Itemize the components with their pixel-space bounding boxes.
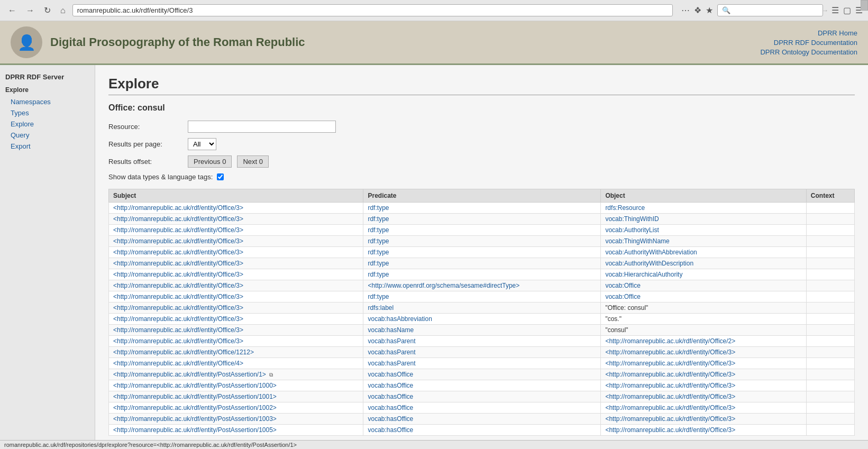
resource-input[interactable]: [188, 121, 336, 133]
subject-link[interactable]: <http://romanrepublic.ac.uk/rdf/entity/O…: [113, 282, 243, 289]
predicate-link[interactable]: vocab:hasOffice: [368, 393, 413, 400]
context-value: [806, 380, 854, 391]
subject-link[interactable]: <http://romanrepublic.ac.uk/rdf/entity/O…: [113, 326, 243, 334]
predicate-link[interactable]: vocab:hasOffice: [368, 404, 413, 411]
refresh-button[interactable]: ↻: [41, 4, 53, 16]
results-offset-label: Results offset:: [108, 158, 182, 166]
context-value: [806, 425, 854, 436]
predicate-link[interactable]: rdfs:label: [368, 304, 394, 311]
object-link[interactable]: rdfs:Resource: [605, 204, 645, 212]
subject-link[interactable]: <http://romanrepublic.ac.uk/rdf/entity/O…: [113, 315, 243, 323]
subject-link[interactable]: <http://romanrepublic.ac.uk/rdf/entity/P…: [113, 404, 277, 411]
subject-link[interactable]: <http://romanrepublic.ac.uk/rdf/entity/P…: [113, 371, 266, 378]
context-value: [806, 347, 854, 358]
subject-link[interactable]: <http://romanrepublic.ac.uk/rdf/entity/O…: [113, 226, 243, 234]
predicate-link[interactable]: vocab:hasOffice: [368, 371, 413, 378]
context-value: [806, 291, 854, 303]
subject-link[interactable]: <http://romanrepublic.ac.uk/rdf/entity/O…: [113, 249, 243, 256]
subject-link[interactable]: <http://romanrepublic.ac.uk/rdf/entity/O…: [113, 349, 254, 356]
subject-link[interactable]: <http://romanrepublic.ac.uk/rdf/entity/O…: [113, 237, 243, 245]
object-link[interactable]: vocab:Office: [605, 293, 640, 300]
object-link[interactable]: <http://romanrepublic.ac.uk/rdf/entity/O…: [605, 404, 735, 411]
predicate-link[interactable]: rdf:type: [368, 215, 389, 223]
history-icon[interactable]: ☰: [832, 5, 839, 15]
nav-link-home[interactable]: DPRR Home: [818, 29, 857, 37]
object-link[interactable]: vocab:AuthorityWithDescription: [605, 260, 693, 267]
show-datatypes-row: Show data types & language tags:: [108, 173, 855, 181]
object-link[interactable]: vocab:ThingWithID: [605, 215, 659, 223]
data-table: Subject Predicate Object Context <http:/…: [108, 189, 855, 436]
table-row: <http://romanrepublic.ac.uk/rdf/entity/O…: [109, 225, 855, 236]
bookmark-icon[interactable]: ★: [706, 5, 713, 15]
object-link[interactable]: <http://romanrepublic.ac.uk/rdf/entity/O…: [605, 337, 735, 345]
subject-link[interactable]: <http://romanrepublic.ac.uk/rdf/entity/P…: [113, 415, 277, 423]
previous-button[interactable]: Previous 0: [188, 155, 232, 168]
object-link[interactable]: vocab:Office: [605, 282, 640, 289]
predicate-link[interactable]: vocab:hasName: [368, 326, 414, 334]
object-link[interactable]: <http://romanrepublic.ac.uk/rdf/entity/O…: [605, 349, 735, 356]
scrollbar-top[interactable]: [861, 0, 868, 11]
predicate-link[interactable]: rdf:type: [368, 293, 389, 300]
predicate-link[interactable]: vocab:hasOffice: [368, 426, 413, 434]
predicate-link[interactable]: <http://www.openrdf.org/schema/sesame#di…: [368, 282, 519, 289]
table-row: <http://romanrepublic.ac.uk/rdf/entity/P…: [109, 414, 855, 425]
next-button[interactable]: Next 0: [237, 155, 269, 168]
predicate-link[interactable]: vocab:hasParent: [368, 349, 415, 356]
object-link[interactable]: vocab:HierarchicalAuthority: [605, 271, 682, 278]
browser-right-icons: ☰ ▢ ☰: [832, 5, 863, 15]
object-link[interactable]: vocab:ThingWithName: [605, 237, 669, 245]
address-bar[interactable]: romanrepublic.ac.uk/rdf/entity/Office/3: [72, 4, 673, 16]
forward-button[interactable]: →: [23, 5, 37, 16]
predicate-link[interactable]: vocab:hasOffice: [368, 415, 413, 423]
nav-link-ontology-doc[interactable]: DPRR Ontology Documentation: [760, 48, 857, 56]
search-input[interactable]: [733, 6, 821, 14]
sidebar-item-types[interactable]: Types: [0, 107, 95, 118]
predicate-link[interactable]: vocab:hasAbbreviation: [368, 315, 432, 323]
subject-link[interactable]: <http://romanrepublic.ac.uk/rdf/entity/O…: [113, 304, 243, 311]
sidebar-item-explore[interactable]: Explore: [0, 118, 95, 130]
table-row: <http://romanrepublic.ac.uk/rdf/entity/P…: [109, 402, 855, 414]
home-button[interactable]: ⌂: [58, 5, 68, 16]
object-link[interactable]: vocab:AuthorityList: [605, 226, 659, 234]
predicate-link[interactable]: rdf:type: [368, 226, 389, 234]
predicate-link[interactable]: rdf:type: [368, 260, 389, 267]
object-link[interactable]: vocab:AuthorityWithAbbreviation: [605, 249, 697, 256]
search-bar[interactable]: 🔍 →: [717, 4, 823, 16]
show-datatypes-checkbox[interactable]: [217, 173, 224, 180]
object-link[interactable]: <http://romanrepublic.ac.uk/rdf/entity/O…: [605, 360, 735, 367]
object-link[interactable]: <http://romanrepublic.ac.uk/rdf/entity/O…: [605, 371, 735, 378]
show-datatypes-label: Show data types & language tags:: [108, 173, 213, 181]
sidebar-item-query[interactable]: Query: [0, 130, 95, 141]
predicate-link[interactable]: rdf:type: [368, 271, 389, 278]
subject-link[interactable]: <http://romanrepublic.ac.uk/rdf/entity/P…: [113, 382, 277, 389]
subject-link[interactable]: <http://romanrepublic.ac.uk/rdf/entity/O…: [113, 260, 243, 267]
sidebar-item-namespaces[interactable]: Namespaces: [0, 96, 95, 107]
subject-link[interactable]: <http://romanrepublic.ac.uk/rdf/entity/O…: [113, 337, 243, 345]
predicate-link[interactable]: vocab:hasParent: [368, 337, 415, 345]
more-icon[interactable]: ⋯: [681, 5, 690, 15]
results-per-page-select[interactable]: All 10 25 50 100: [188, 138, 216, 150]
predicate-link[interactable]: rdf:type: [368, 204, 389, 212]
object-link[interactable]: <http://romanrepublic.ac.uk/rdf/entity/O…: [605, 415, 735, 423]
subject-link[interactable]: <http://romanrepublic.ac.uk/rdf/entity/O…: [113, 293, 243, 300]
subject-link[interactable]: <http://romanrepublic.ac.uk/rdf/entity/P…: [113, 426, 277, 434]
subject-link[interactable]: <http://romanrepublic.ac.uk/rdf/entity/O…: [113, 360, 243, 367]
tab-icon[interactable]: ▢: [843, 5, 851, 15]
nav-link-rdf-doc[interactable]: DPRR RDF Documentation: [774, 39, 857, 47]
subject-link[interactable]: <http://romanrepublic.ac.uk/rdf/entity/O…: [113, 204, 243, 212]
object-link[interactable]: <http://romanrepublic.ac.uk/rdf/entity/O…: [605, 382, 735, 389]
pocket-icon[interactable]: ❖: [694, 5, 701, 15]
subject-link[interactable]: <http://romanrepublic.ac.uk/rdf/entity/O…: [113, 215, 243, 223]
predicate-link[interactable]: rdf:type: [368, 249, 389, 256]
object-link[interactable]: <http://romanrepublic.ac.uk/rdf/entity/O…: [605, 393, 735, 400]
predicate-link[interactable]: rdf:type: [368, 237, 389, 245]
object-link[interactable]: <http://romanrepublic.ac.uk/rdf/entity/O…: [605, 426, 735, 434]
sidebar-item-export[interactable]: Export: [0, 141, 95, 152]
predicate-link[interactable]: vocab:hasParent: [368, 360, 415, 367]
predicate-link[interactable]: vocab:hasOffice: [368, 382, 413, 389]
back-button[interactable]: ←: [5, 5, 19, 16]
subject-link[interactable]: <http://romanrepublic.ac.uk/rdf/entity/O…: [113, 271, 243, 278]
col-object: Object: [601, 189, 806, 203]
subject-link[interactable]: <http://romanrepublic.ac.uk/rdf/entity/P…: [113, 393, 277, 400]
search-icon: 🔍: [722, 6, 730, 14]
